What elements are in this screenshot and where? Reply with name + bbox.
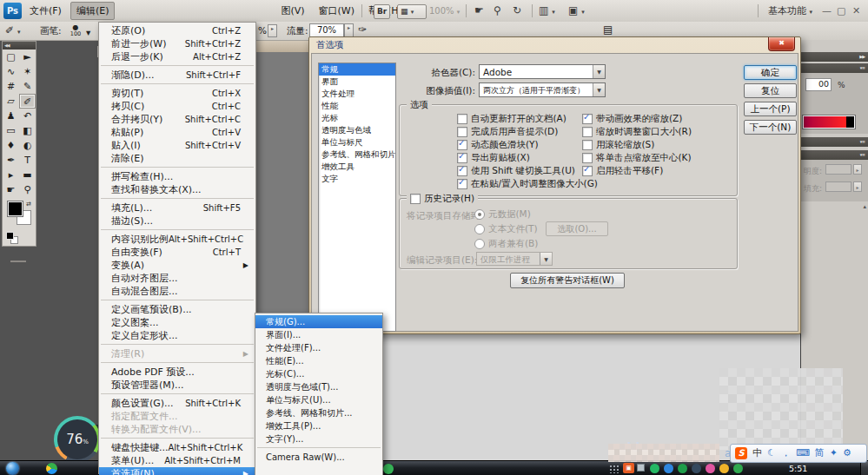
magic-wand-tool[interactable]: ✶: [19, 64, 36, 79]
launch-bridge-button[interactable]: Br: [374, 4, 390, 19]
category-item[interactable]: 增效工具: [319, 161, 395, 173]
menu-item[interactable]: 拼写检查(H)...: [99, 170, 255, 183]
submenu-item[interactable]: Camera Raw(W)...: [255, 451, 382, 464]
start-button[interactable]: [6, 462, 19, 475]
menu-item[interactable]: [101, 438, 254, 439]
menu-item[interactable]: 变换(A) ▶: [99, 259, 255, 272]
blur-tool[interactable]: ♦: [3, 138, 19, 153]
menu-item[interactable]: [101, 83, 254, 84]
color-value-input[interactable]: 00: [805, 78, 832, 91]
hand-tool[interactable]: ☛: [3, 182, 19, 197]
submenu-item[interactable]: 性能(E)...: [255, 354, 382, 367]
menu-item[interactable]: [101, 65, 254, 66]
panel-header[interactable]: ▾ ≡: [801, 63, 868, 73]
rotate-view-icon[interactable]: ↻: [513, 0, 521, 22]
menu-item[interactable]: 渐隐(D)... Shift+Ctrl+F: [99, 69, 255, 82]
halfwidth-moon-icon[interactable]: ☾: [767, 445, 776, 462]
browser-taskbar-icon[interactable]: [46, 463, 57, 474]
submenu-item[interactable]: 单位与标尺(U)...: [255, 393, 382, 406]
taskbar-clock[interactable]: 5:51: [789, 461, 807, 475]
menu-item[interactable]: 首选项(N) ▶: [99, 467, 255, 475]
brush-preview[interactable]: ● 100: [68, 22, 83, 37]
screen-mode-icon[interactable]: ▣ ▾: [568, 0, 585, 22]
submenu-item[interactable]: [257, 447, 381, 448]
tray-orange-icon[interactable]: ▣: [623, 463, 634, 473]
menu-item[interactable]: 还原(O) Ctrl+Z: [99, 24, 255, 37]
menu-bar-item[interactable]: 窗口(W): [314, 3, 360, 19]
eraser-tool[interactable]: ▭: [3, 123, 19, 138]
rectangular-marquee-tool[interactable]: ▢: [3, 49, 19, 64]
checkbox-row[interactable]: 带动画效果的缩放(Z): [582, 112, 692, 125]
radio-row-metadata[interactable]: 元数据(M): [474, 208, 531, 221]
category-item[interactable]: 常规: [319, 63, 395, 76]
menu-item[interactable]: 预设管理器(M)...: [99, 379, 255, 392]
punctuation-icon[interactable]: ，: [781, 445, 791, 462]
menu-item[interactable]: 转换为配置文件(V)...: [99, 423, 255, 436]
radio-metadata[interactable]: [474, 209, 485, 220]
checkbox[interactable]: [457, 166, 467, 176]
tray-app-1[interactable]: [650, 464, 659, 473]
history-brush-tool[interactable]: ↶: [19, 109, 36, 123]
opacity-spinner[interactable]: ▸: [268, 24, 277, 37]
cn-mode-icon[interactable]: 中: [752, 445, 762, 462]
checkbox[interactable]: [457, 140, 467, 150]
type-tool[interactable]: T: [19, 153, 36, 168]
panel-header[interactable]: ▾ ≡: [801, 150, 868, 160]
next-button[interactable]: 下一个(N): [744, 120, 797, 135]
category-item[interactable]: 光标: [319, 112, 395, 124]
clone-stamp-tool[interactable]: ♟: [3, 109, 19, 123]
submenu-item[interactable]: 文字(Y)...: [255, 432, 382, 445]
tray-overflow-grid[interactable]: [609, 465, 620, 473]
checkbox[interactable]: [457, 114, 467, 124]
category-item[interactable]: 单位与标尺: [319, 136, 395, 148]
move-tool[interactable]: ►: [19, 49, 36, 64]
dodge-tool[interactable]: ◐: [19, 138, 36, 153]
settings-gear-icon[interactable]: ⚙: [843, 445, 851, 462]
skin-icon[interactable]: ✦: [830, 445, 838, 462]
zoom-icon[interactable]: ⚲: [494, 0, 501, 22]
tray-app-4[interactable]: [692, 464, 701, 473]
zoom-tool[interactable]: ⚲: [19, 182, 36, 197]
airbrush-icon[interactable]: ✑: [358, 23, 367, 36]
swap-colors-icon[interactable]: ⇄: [26, 201, 31, 208]
menu-item[interactable]: 描边(S)...: [99, 214, 255, 228]
submenu-item[interactable]: 光标(C)...: [255, 367, 382, 380]
checkbox-row[interactable]: 使用 Shift 键切换工具(U): [457, 164, 598, 177]
fill-spinner[interactable]: ▸: [853, 181, 862, 192]
category-item[interactable]: 参考线、网格和切片: [319, 148, 395, 161]
reset-button[interactable]: 复位: [744, 83, 797, 98]
menu-item[interactable]: 内容识别比例 Alt+Shift+Ctrl+C: [99, 233, 255, 246]
ok-button[interactable]: 确定: [744, 65, 797, 80]
gradient-tool[interactable]: ◧: [19, 123, 36, 138]
view-extras-button[interactable]: ▦ ▾: [397, 4, 427, 19]
checkbox-row[interactable]: 动态颜色滑块(Y): [457, 138, 598, 151]
taskbar-app-icon[interactable]: [383, 464, 394, 474]
menu-item[interactable]: [101, 300, 254, 300]
interpolation-select[interactable]: 两次立方（适用于平滑渐变）▼: [479, 82, 606, 97]
reset-all-warnings-button[interactable]: 复位所有警告对话框(W): [510, 273, 625, 288]
minimize-button[interactable]: —: [822, 0, 832, 22]
checkbox[interactable]: [582, 140, 593, 150]
menu-item[interactable]: 定义自定形状...: [99, 329, 255, 342]
scroll-up-icon[interactable]: ▴: [863, 203, 866, 210]
sogou-logo-icon[interactable]: S: [735, 447, 747, 459]
healing-brush-tool[interactable]: ▱: [3, 94, 19, 109]
flow-spinner[interactable]: ▸: [344, 23, 354, 37]
opacity-input[interactable]: [825, 164, 851, 175]
tray-small-icon[interactable]: [637, 464, 645, 472]
menu-item[interactable]: Adobe PDF 预设...: [99, 366, 255, 379]
crop-tool[interactable]: #: [3, 79, 19, 94]
menu-item[interactable]: 自由变换(F) Ctrl+T: [99, 246, 255, 259]
history-log-checkbox[interactable]: [410, 194, 421, 204]
menu-item[interactable]: 前进一步(W) Shift+Ctrl+Z: [99, 37, 255, 50]
submenu-item[interactable]: 增效工具(P)...: [255, 419, 382, 432]
menu-item[interactable]: 剪切(T) Ctrl+X: [99, 87, 255, 100]
zoom-level-control[interactable]: 100% ▾: [429, 0, 460, 22]
show-desktop-button[interactable]: [860, 461, 868, 475]
menu-item[interactable]: 定义画笔预设(B)...: [99, 303, 255, 316]
menu-item[interactable]: 键盘快捷键... Alt+Shift+Ctrl+K: [99, 441, 255, 454]
checkbox-row[interactable]: 导出剪贴板(X): [457, 151, 598, 164]
foreground-color-swatch[interactable]: [8, 201, 23, 216]
menu-item[interactable]: 填充(L)... Shift+F5: [99, 201, 255, 214]
menu-item[interactable]: [101, 362, 254, 363]
